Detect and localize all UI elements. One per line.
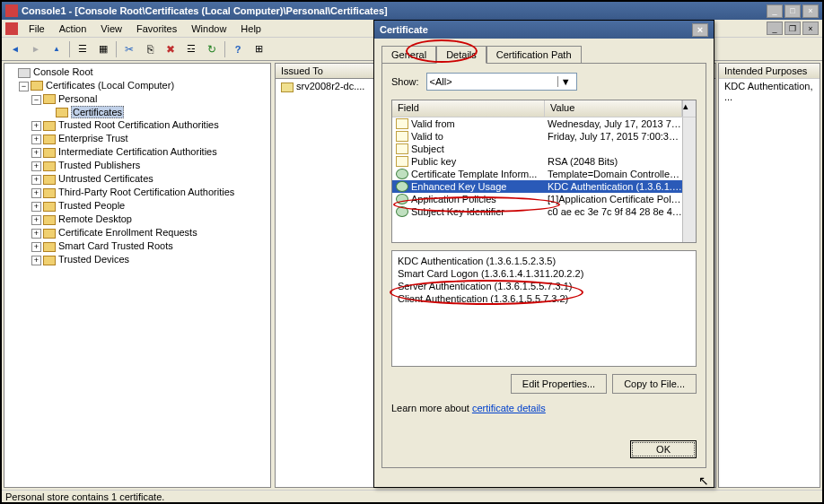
tree-uc: +Untrusted Certificates: [6, 172, 268, 186]
tree-tp: +Trusted People: [6, 199, 268, 213]
close-button[interactable]: ×: [802, 4, 819, 18]
tab-certification-path[interactable]: Certification Path: [487, 46, 582, 63]
tree-rd: +Remote Desktop: [6, 213, 268, 226]
extension-icon: [396, 206, 408, 217]
tab-general[interactable]: General: [381, 46, 436, 63]
field-row[interactable]: Subject: [392, 143, 682, 155]
col-field[interactable]: Field: [392, 100, 545, 117]
minimize-button[interactable]: _: [767, 4, 783, 18]
tree-sctr: +Smart Card Trusted Roots: [6, 239, 268, 253]
main-title-bar: Console1 - [Console Root\Certificates (L…: [2, 2, 822, 20]
export-list-button[interactable]: ▦: [93, 39, 113, 59]
app-icon: [5, 4, 18, 17]
status-bar: Personal store contains 1 certificate.: [2, 490, 822, 504]
maximize-button[interactable]: □: [785, 4, 801, 18]
show-dropdown[interactable]: <All> ▼: [426, 73, 577, 91]
tree-certificates: Certificates: [6, 106, 268, 119]
certificate-dialog: Certificate × General Details Certificat…: [373, 20, 714, 488]
field-row[interactable]: Application Policies[1]Application Certi…: [392, 193, 682, 205]
field-row[interactable]: Subject Key Identifierc0 ae ec 3e 7c 9f …: [392, 205, 682, 218]
mdi-close-button[interactable]: ×: [802, 22, 819, 35]
tree-et: +Enterprise Trust: [6, 132, 268, 145]
learn-more-text: Learn more about certificate details: [391, 403, 697, 413]
forward-button[interactable]: [26, 39, 46, 59]
col-intended-purposes[interactable]: Intended Purposes: [719, 64, 820, 79]
tree-td: +Trusted Devices: [6, 253, 268, 266]
certificate-icon: [281, 83, 294, 92]
show-label: Show:: [391, 76, 419, 87]
fields-scroll-up[interactable]: ▴: [682, 100, 696, 117]
window-title: Console1 - [Console Root\Certificates (L…: [22, 5, 767, 16]
cut-button[interactable]: [119, 39, 139, 59]
tree-pane[interactable]: Console Root −Certificates (Local Comput…: [4, 63, 271, 488]
tree-cer: +Certificate Enrollment Requests: [6, 226, 268, 239]
tree-certs-local: −Certificates (Local Computer): [6, 79, 268, 92]
menu-help[interactable]: Help: [233, 22, 268, 36]
extension-icon: [396, 169, 408, 179]
tab-details[interactable]: Details: [436, 46, 487, 64]
cursor-icon: ↖: [698, 474, 709, 488]
menu-file[interactable]: File: [22, 22, 52, 36]
field-row[interactable]: Certificate Template Inform...Template=D…: [392, 168, 682, 180]
page-icon: [396, 118, 408, 129]
options-button[interactable]: ⊞: [249, 39, 268, 59]
field-row[interactable]: Public keyRSA (2048 Bits): [392, 155, 682, 168]
col-issued-to[interactable]: Issued To: [276, 64, 374, 78]
copy-to-file-button[interactable]: Copy to File...: [612, 374, 697, 394]
show-hide-tree-button[interactable]: ☰: [73, 39, 92, 59]
page-icon: [396, 156, 408, 167]
field-row[interactable]: Valid toFriday, July 17, 2015 7:00:39 ..…: [392, 130, 682, 143]
intended-purposes-value: KDC Authentication, ...: [719, 79, 820, 104]
menu-favorites[interactable]: Favorites: [129, 22, 184, 36]
intended-purposes-pane: Intended Purposes KDC Authentication, ..…: [718, 63, 820, 488]
field-detail-box[interactable]: KDC Authentication (1.3.6.1.5.2.3.5)Smar…: [391, 250, 697, 367]
help-button[interactable]: [228, 39, 248, 59]
ok-button[interactable]: OK: [630, 440, 697, 458]
certificate-details-link[interactable]: certificate details: [472, 403, 546, 413]
mdi-restore-button[interactable]: ❐: [785, 22, 801, 35]
menu-window[interactable]: Window: [184, 22, 233, 36]
tree-console-root: Console Root: [6, 65, 268, 79]
dialog-title: Certificate: [380, 24, 428, 35]
menu-action[interactable]: Action: [52, 22, 94, 36]
field-row[interactable]: Valid fromWednesday, July 17, 2013 7:...: [392, 117, 682, 130]
copy-button[interactable]: [140, 39, 160, 59]
refresh-button[interactable]: [202, 39, 222, 59]
dialog-close-button[interactable]: ×: [692, 23, 708, 37]
back-button[interactable]: [5, 39, 25, 59]
menu-view[interactable]: View: [93, 22, 129, 36]
page-icon: [396, 143, 408, 154]
fields-list: Field Value ▴ Valid fromWednesday, July …: [391, 100, 697, 243]
tree-tprca: +Third-Party Root Certification Authorit…: [6, 186, 268, 199]
properties-button[interactable]: ☲: [181, 39, 201, 59]
tree-tpub: +Trusted Publishers: [6, 159, 268, 172]
edit-properties-button[interactable]: Edit Properties...: [511, 374, 607, 394]
page-icon: [396, 131, 408, 142]
delete-button[interactable]: [161, 39, 180, 59]
doc-icon: [5, 22, 18, 35]
tree-trca: +Trusted Root Certification Authorities: [6, 118, 268, 132]
col-value[interactable]: Value: [545, 100, 682, 117]
extension-icon: [396, 181, 408, 192]
field-row[interactable]: Enhanced Key UsageKDC Authentication (1.…: [392, 180, 682, 193]
extension-icon: [396, 194, 408, 204]
tree-personal: −Personal: [6, 92, 268, 106]
tree-ica: +Intermediate Certification Authorities: [6, 145, 268, 159]
mdi-minimize-button[interactable]: _: [767, 22, 783, 35]
fields-scrollbar[interactable]: [682, 117, 696, 242]
up-button[interactable]: [47, 39, 66, 59]
